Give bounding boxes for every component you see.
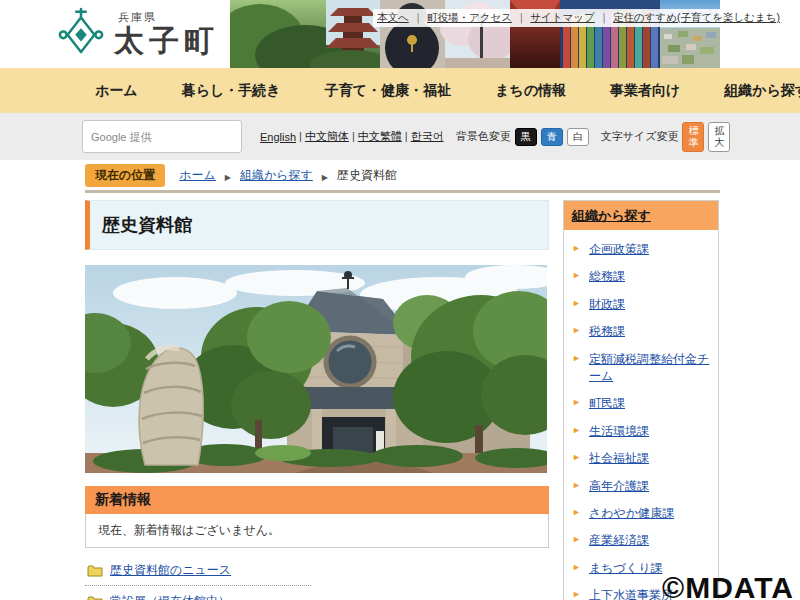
organization-sidebar: 組織から探す 企画政策課 総務課 財政課 税務課 定額減税調整給付金チーム 町民…: [563, 200, 719, 600]
font-enlarge-button[interactable]: 拡大: [708, 122, 730, 152]
nav-business[interactable]: 事業者向け: [610, 82, 680, 100]
arrow-icon: [572, 352, 581, 365]
town-emblem-icon: [58, 5, 104, 61]
sidebar-item-elderly-care: 高年介護課: [572, 473, 712, 500]
nav-living-procedures[interactable]: 暮らし・手続き: [182, 82, 281, 100]
breadcrumb-arrow-icon: [216, 166, 240, 184]
lang-chinese-simplified[interactable]: 中文簡体: [296, 129, 349, 144]
list-item: 歴史資料館のニュース: [85, 555, 311, 586]
current-location-badge: 現在の位置: [85, 164, 165, 187]
arrow-icon: [572, 297, 581, 310]
link-museum-news[interactable]: 歴史資料館のニュース: [110, 562, 231, 579]
lang-korean[interactable]: 한국어: [402, 129, 444, 144]
sidebar-title-link[interactable]: 組織から探す: [572, 208, 651, 223]
content-area: 歴史資料館: [0, 193, 800, 600]
sidebar-item-general-affairs: 総務課: [572, 263, 712, 290]
sidebar-list: 企画政策課 総務課 財政課 税務課 定額減税調整給付金チーム 町民課 生活環境課…: [564, 230, 718, 600]
news-section: 新着情報 現在、新着情報はございません。: [85, 486, 549, 548]
bg-color-label: 背景色変更: [456, 129, 511, 144]
sidebar-header: 組織から探す: [564, 201, 718, 230]
museum-building-photo: [85, 265, 547, 473]
list-item: 常設展（現在休館中）: [85, 586, 311, 600]
breadcrumb-organization[interactable]: 組織から探す: [240, 167, 313, 184]
arrow-icon: [572, 396, 581, 409]
breadcrumb-current-page: 歴史資料館: [337, 167, 397, 184]
arrow-icon: [572, 561, 581, 574]
site-header: 兵庫県 太子町: [0, 0, 800, 68]
arrow-icon: [572, 479, 581, 492]
breadcrumb-arrow-icon: [313, 166, 337, 184]
folder-icon: [87, 564, 103, 577]
arrow-icon: [572, 424, 581, 437]
lang-chinese-traditional[interactable]: 中文繁體: [349, 129, 402, 144]
arrow-icon: [572, 451, 581, 464]
sidebar-item-finance: 財政課: [572, 291, 712, 318]
bg-white-button[interactable]: 白: [567, 128, 589, 146]
arrow-icon: [572, 588, 581, 600]
breadcrumb-home[interactable]: ホーム: [179, 167, 216, 184]
logo-text: 兵庫県 太子町: [114, 10, 219, 57]
sidebar-item-tax-adjustment-team: 定額減税調整給付金チーム: [572, 346, 712, 391]
search-input[interactable]: [82, 120, 242, 153]
main-nav: ホーム 暮らし・手続き 子育て・健康・福祉 まちの情報 事業者向け 組織から探す: [0, 68, 800, 113]
page-title-box: 歴史資料館: [85, 200, 549, 250]
prefecture-name: 兵庫県: [118, 10, 219, 25]
news-section-title: 新着情報: [85, 486, 549, 514]
town-name: 太子町: [114, 25, 219, 57]
font-standard-button[interactable]: 標準: [682, 122, 704, 152]
arrow-icon: [572, 242, 581, 255]
arrow-icon: [572, 506, 581, 519]
arrow-icon: [572, 324, 581, 337]
sidebar-item-social-welfare: 社会福祉課: [572, 445, 712, 472]
sidebar-item-industry-economy: 産業経済課: [572, 527, 712, 554]
sidebar-item-living-environment: 生活環境課: [572, 418, 712, 445]
sidebar-item-health: さわやか健康課: [572, 500, 712, 527]
link-sitemap[interactable]: サイトマップ: [512, 11, 595, 25]
site-logo[interactable]: 兵庫県 太子町: [58, 5, 219, 61]
header-utility-links: 本文へ 町役場・アクセス サイトマップ 定住のすすめ(子育てを楽しむまち): [373, 9, 720, 27]
lang-english[interactable]: English: [260, 131, 296, 143]
news-empty-message: 現在、新着情報はございません。: [85, 514, 549, 548]
link-permanent-exhibit[interactable]: 常設展（現在休館中）: [110, 593, 230, 600]
sidebar-item-tax: 税務課: [572, 318, 712, 345]
folder-icon: [87, 595, 103, 600]
link-to-main-content[interactable]: 本文へ: [377, 11, 409, 25]
link-town-hall-access[interactable]: 町役場・アクセス: [409, 11, 512, 25]
bg-black-button[interactable]: 黒: [515, 128, 537, 146]
toolbar: English 中文簡体 中文繁體 한국어 背景色変更 黒 青 白 文字サイズ変…: [0, 113, 800, 160]
nav-by-organization[interactable]: 組織から探す: [724, 82, 800, 100]
sidebar-item-residents: 町民課: [572, 390, 712, 417]
nav-home[interactable]: ホーム: [95, 82, 138, 100]
font-size-label: 文字サイズ変更: [601, 129, 679, 144]
arrow-icon: [572, 269, 581, 282]
nav-childcare-health-welfare[interactable]: 子育て・健康・福祉: [325, 82, 451, 100]
sidebar-item-planning: 企画政策課: [572, 236, 712, 263]
nav-town-info[interactable]: まちの情報: [495, 82, 566, 100]
page: 兵庫県 太子町: [0, 0, 800, 600]
watermark: ©MDATA: [662, 571, 794, 600]
bg-blue-button[interactable]: 青: [541, 128, 563, 146]
page-title: 歴史資料館: [102, 213, 536, 237]
link-settlement-guide[interactable]: 定住のすすめ(子育てを楽しむまち): [595, 11, 780, 25]
category-links: 歴史資料館のニュース 常設展（現在休館中） 企画展（情報ギャラリー展示）: [85, 555, 549, 600]
breadcrumb: 現在の位置 ホーム 組織から探す 歴史資料館: [0, 160, 800, 190]
language-links: English 中文簡体 中文繁體 한국어: [260, 129, 444, 144]
main-column: 歴史資料館: [85, 200, 549, 600]
arrow-icon: [572, 533, 581, 546]
